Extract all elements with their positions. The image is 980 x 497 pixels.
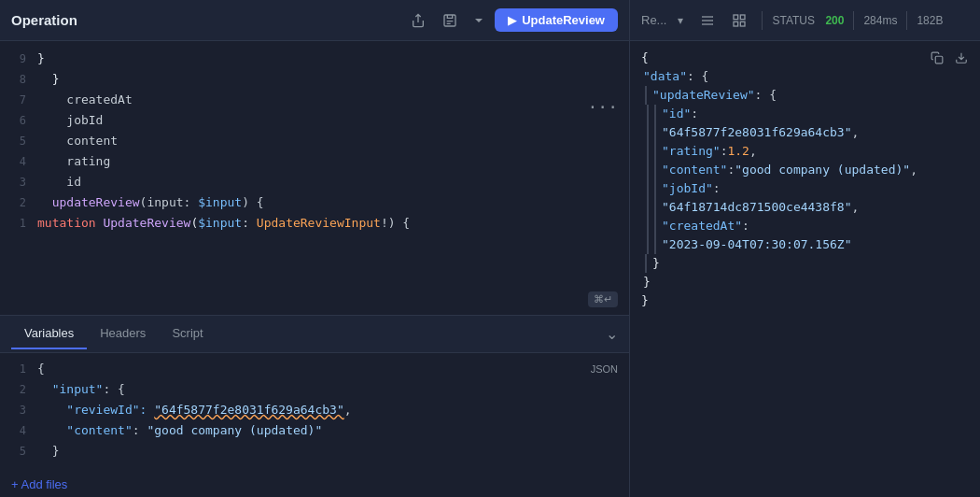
- svg-rect-5: [741, 15, 746, 20]
- duration-label: 284ms: [863, 14, 897, 27]
- variables-editor[interactable]: 1{2 "input": {3 "reviewId": "64f5877f2e8…: [0, 353, 629, 472]
- header-row: Operation ▶ UpdateReview: [0, 0, 980, 41]
- line-number: 9: [0, 49, 37, 69]
- response-content: {"data": {"updateReview": {"id":"64f5877…: [630, 41, 980, 497]
- tabs-bar: VariablesHeadersScript ⌄: [0, 316, 629, 353]
- main-area: 9}8 }7 createdAt6 jobId5 content4 rating…: [0, 41, 980, 497]
- response-line: "64f5877f2e8031f629a64cb3",: [641, 123, 969, 142]
- more-options-button[interactable]: ···: [587, 97, 618, 117]
- line-number: 3: [0, 400, 37, 420]
- tab-script[interactable]: Script: [159, 319, 216, 349]
- line-number: 2: [0, 192, 37, 213]
- variable-line: 3 "reviewId": "64f5877f2e8031f629a64cb3"…: [0, 400, 629, 420]
- line-number: 4: [0, 151, 37, 172]
- response-line: "jobId":: [641, 179, 969, 198]
- line-content: updateReview(input: $input) {: [37, 192, 629, 213]
- size-label: 182B: [917, 14, 943, 27]
- line-content: id: [37, 172, 629, 192]
- bottom-panel: VariablesHeadersScript ⌄ 1{2 "input": {3…: [0, 315, 629, 497]
- response-line: "id":: [641, 105, 969, 123]
- dropdown-button[interactable]: [469, 12, 489, 29]
- svg-rect-6: [734, 21, 738, 26]
- response-line: "createdAt":: [641, 217, 969, 235]
- response-line: {: [641, 49, 969, 67]
- variable-line-content: "input": {: [37, 379, 629, 400]
- response-actions: [928, 49, 971, 70]
- save-button[interactable]: [437, 9, 463, 32]
- code-line: 7 createdAt: [0, 90, 629, 110]
- collapse-button[interactable]: ⌄: [606, 325, 618, 343]
- status-label: STATUS 200: [772, 14, 844, 27]
- response-line: }: [641, 273, 969, 291]
- json-label: JSON: [591, 359, 618, 379]
- code-line: 8 }: [0, 69, 629, 90]
- line-number: 5: [0, 441, 37, 462]
- code-line: 9}: [0, 49, 629, 69]
- line-content: jobId: [37, 110, 629, 131]
- tab-variables[interactable]: Variables: [11, 319, 87, 349]
- response-dropdown-button[interactable]: ▾: [672, 10, 689, 31]
- response-line: }: [641, 254, 969, 273]
- line-content: }: [37, 69, 629, 90]
- code-line: 4 rating: [0, 151, 629, 172]
- line-content: content: [37, 131, 629, 151]
- copy-response-button[interactable]: [928, 49, 946, 70]
- line-number: 5: [0, 131, 37, 151]
- tab-headers[interactable]: Headers: [87, 319, 159, 349]
- variable-line: 4 "content": "good company (updated)": [0, 420, 629, 441]
- right-panel: {"data": {"updateReview": {"id":"64f5877…: [630, 41, 980, 497]
- page-title: Operation: [11, 12, 77, 28]
- share-button[interactable]: [405, 9, 431, 32]
- response-line: "rating": 1.2,: [641, 142, 969, 161]
- tabs-left: VariablesHeadersScript: [11, 319, 217, 349]
- response-line: "2023-09-04T07:30:07.156Z": [641, 235, 969, 254]
- code-line: 5 content: [0, 131, 629, 151]
- right-header: Re... ▾ STATUS 200 284ms 182B: [630, 0, 980, 41]
- response-line: "content": "good company (updated)",: [641, 161, 969, 179]
- divider: [762, 11, 763, 30]
- left-header: Operation ▶ UpdateReview: [0, 0, 630, 41]
- code-editor[interactable]: 9}8 }7 createdAt6 jobId5 content4 rating…: [0, 41, 629, 315]
- response-line: "data": {: [641, 67, 969, 86]
- line-number: 6: [0, 110, 37, 131]
- download-response-button[interactable]: [952, 49, 971, 70]
- svg-rect-4: [734, 15, 738, 20]
- code-line: 6 jobId: [0, 110, 629, 131]
- left-panel: 9}8 }7 createdAt6 jobId5 content4 rating…: [0, 41, 630, 497]
- divider2: [853, 11, 854, 30]
- response-label: Re...: [641, 13, 666, 27]
- variable-line: 1{: [0, 359, 629, 379]
- keyboard-hint: ⌘↵: [588, 291, 618, 307]
- line-content: }: [37, 49, 629, 69]
- line-number: 4: [0, 420, 37, 441]
- play-icon: ▶: [508, 14, 516, 27]
- line-content: mutation UpdateReview($input: UpdateRevi…: [37, 213, 629, 234]
- line-number: 1: [0, 359, 37, 379]
- line-number: 8: [0, 69, 37, 90]
- svg-rect-8: [935, 56, 943, 64]
- variable-line: 2 "input": {: [0, 379, 629, 400]
- response-line: }: [641, 291, 969, 310]
- variable-line: 5 }: [0, 441, 629, 462]
- variable-line-content: "reviewId": "64f5877f2e8031f629a64cb3",: [37, 400, 629, 420]
- line-number: 7: [0, 90, 37, 110]
- response-view-toggle[interactable]: [694, 9, 721, 32]
- svg-rect-7: [741, 21, 746, 26]
- status-code: 200: [825, 14, 844, 27]
- add-files-button[interactable]: + Add files: [0, 472, 629, 497]
- line-number: 3: [0, 172, 37, 192]
- run-button[interactable]: ▶ UpdateReview: [495, 8, 618, 32]
- header-icons: ▶ UpdateReview: [405, 8, 618, 32]
- header-left: Operation: [11, 12, 77, 28]
- run-button-label: UpdateReview: [522, 13, 605, 27]
- code-line: 3 id: [0, 172, 629, 192]
- line-number: 2: [0, 379, 37, 400]
- variable-line-content: {: [37, 359, 629, 379]
- response-grid-toggle[interactable]: [726, 9, 752, 32]
- line-number: 1: [0, 213, 37, 234]
- response-line: "64f18714dc871500ce4438f8",: [641, 198, 969, 217]
- line-content: rating: [37, 151, 629, 172]
- variable-line-content: "content": "good company (updated)": [37, 420, 629, 441]
- add-files-label: + Add files: [11, 477, 67, 491]
- response-line: "updateReview": {: [641, 86, 969, 105]
